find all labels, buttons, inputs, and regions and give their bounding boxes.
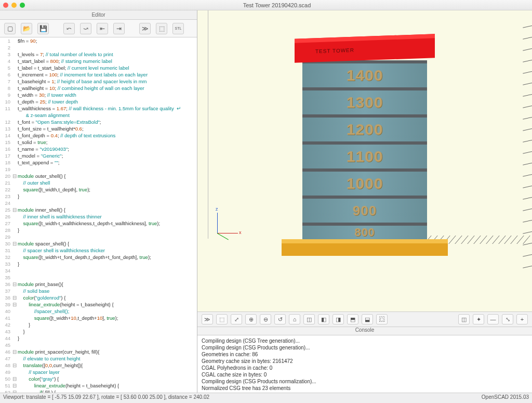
stl-icon[interactable]: STL (172, 23, 184, 34)
code-line[interactable]: 48⊟ translate([0,0,curr_height]){ (1, 362, 197, 369)
minimize-icon[interactable] (11, 3, 17, 8)
code-line[interactable]: 6t_increment = 100; // increment for tex… (1, 71, 197, 78)
code-line[interactable]: 13t_font_size = t_wallheight*0.6; (1, 125, 197, 132)
code-line[interactable]: 10t_depth = 25; // tower depth (1, 98, 197, 105)
code-line[interactable]: 30⊟module spacer_shell() { (1, 240, 197, 247)
code-line[interactable]: 25⊟module inner_shell() { (1, 206, 197, 213)
code-line[interactable]: 38⊟ color("goldenrod") { (1, 294, 197, 301)
view-tool-13[interactable]: ◫ (458, 314, 470, 324)
code-line[interactable]: 14t_font_depth = 0.4; // depth of text e… (1, 132, 197, 139)
indent-icon[interactable]: ⇥ (113, 23, 125, 34)
view-tool-2[interactable]: ⤢ (231, 314, 242, 324)
view-tool-16[interactable]: ⤡ (502, 314, 513, 324)
code-line[interactable]: 40 //spacer_shell(); (1, 308, 197, 315)
view-tool-11[interactable]: ⬓ (362, 314, 373, 324)
redo-icon[interactable]: ⤻ (80, 23, 91, 34)
view-tool-17[interactable]: + (516, 314, 528, 324)
view-tool-8[interactable]: ◧ (318, 314, 329, 324)
code-line[interactable]: 12t_font = "Open Sans:style=ExtraBold"; (1, 119, 197, 125)
code-line[interactable]: 31 // spacer shell is wallthickness thic… (1, 247, 197, 254)
code-line[interactable]: 18t_text_append = ""; (1, 159, 197, 166)
console-line: CGAL Polyhedrons in cache: 0 (202, 365, 528, 371)
code-editor[interactable]: 1$fn = 90;23t_levels = 7; // total numbe… (0, 37, 197, 393)
code-line[interactable]: 35 (1, 274, 197, 281)
code-line[interactable]: 2 (1, 44, 197, 51)
code-line[interactable]: 32 square([t_width+t_font_depth,t_depth+… (1, 254, 197, 261)
code-line[interactable]: 8t_wallheight = 10; // combined height o… (1, 85, 197, 92)
code-line[interactable]: 52⊟ if( fill ) { (1, 389, 197, 393)
code-line[interactable]: 49 // spacer layer (1, 369, 197, 375)
code-line[interactable]: 16t_name = "v20190403"; (1, 146, 197, 152)
unindent-icon[interactable]: ⇤ (97, 23, 108, 34)
level-label: 900 (353, 203, 377, 219)
console-line: Compiling design (CSG Tree generation)..… (202, 337, 528, 344)
code-line[interactable]: 47 // elevate to current height (1, 355, 197, 362)
code-line[interactable]: 9t_width = 30; // tower width (1, 92, 197, 98)
render-icon[interactable]: ⬚ (156, 23, 167, 34)
code-line[interactable]: 28} (1, 227, 197, 233)
code-line[interactable]: 4t_start_label = 800; // starting numeri… (1, 58, 197, 64)
view-tool-3[interactable]: ⊕ (245, 314, 257, 324)
code-line[interactable]: 51⊟ linear_extrude(height = t_baseheight… (1, 382, 197, 389)
level-label: 1400 (347, 67, 383, 84)
view-tool-14[interactable]: ✦ (473, 314, 484, 324)
code-line[interactable]: 23} (1, 193, 197, 200)
tower-level: 1000 (302, 168, 427, 196)
code-line[interactable]: 50⊟ color("gray") { (1, 375, 197, 382)
level-label: 1000 (347, 175, 383, 192)
save-icon[interactable]: 💾 (37, 23, 49, 34)
code-line[interactable]: 15t_solid = true; (1, 139, 197, 146)
code-line[interactable]: 24 (1, 200, 197, 206)
code-line[interactable]: 45 (1, 342, 197, 348)
undo-icon[interactable]: ⤺ (63, 23, 75, 34)
code-line[interactable]: 21 // outer shell (1, 179, 197, 186)
code-line[interactable]: 44} (1, 335, 197, 342)
code-line[interactable]: 3t_levels = 7; // total number of levels… (1, 51, 197, 58)
code-line[interactable]: 43 } (1, 328, 197, 335)
view-tool-6[interactable]: ⌂ (289, 314, 300, 324)
maximize-icon[interactable] (20, 3, 25, 8)
code-line[interactable]: 19 (1, 166, 197, 173)
code-line[interactable]: 39⊟ linear_extrude(height = t_baseheight… (1, 301, 197, 308)
view-tool-10[interactable]: ⬒ (347, 314, 358, 324)
view-tool-12[interactable]: ⿴ (376, 314, 388, 324)
code-line[interactable]: 34 (1, 267, 197, 274)
console-line: Compile and preview finished. (202, 392, 528, 393)
viewport-3d[interactable]: TEST TOWER 14001300120011001000900800 z … (197, 10, 532, 311)
close-icon[interactable] (3, 3, 8, 8)
view-tool-4[interactable]: ⊖ (260, 314, 271, 324)
code-line[interactable]: 5t_label = t_start_label; // current lev… (1, 64, 197, 71)
code-line[interactable]: 1$fn = 90; (1, 37, 197, 44)
editor-toolbar: ▢📂💾⤺⤻⇤⇥≫⬚STL (0, 20, 197, 37)
code-line[interactable]: 41 square([t_width+10,t_depth+10], true)… (1, 315, 197, 321)
preview-icon[interactable]: ≫ (139, 23, 151, 34)
view-tool-7[interactable]: ◫ (303, 314, 315, 324)
code-line[interactable]: 11t_wallthickness = 1.67; // wall thickn… (1, 105, 197, 112)
code-line[interactable]: 17t_model = "Generic"; (1, 152, 197, 159)
code-line[interactable]: 29 (1, 233, 197, 240)
console-line: Normalized CSG tree has 23 elements (202, 385, 528, 392)
view-tool-9[interactable]: ◨ (332, 314, 344, 324)
view-tool-5[interactable]: ↺ (274, 314, 286, 324)
level-label: 1100 (347, 148, 383, 165)
code-line[interactable]: 22 square([t_width,t_depth], true); (1, 186, 197, 193)
code-line[interactable]: & z-seam alignment (1, 112, 197, 119)
code-line[interactable]: 7t_baseheight = 1; // height of base and… (1, 78, 197, 85)
code-line[interactable]: 36⊟module print_base(){ (1, 281, 197, 288)
status-version: OpenSCAD 2015.03 (482, 394, 529, 402)
code-line[interactable]: 42 } (1, 321, 197, 328)
console-output[interactable]: Compiling design (CSG Tree generation)..… (197, 335, 532, 393)
tower-cap: TEST TOWER (295, 34, 435, 62)
editor-panel-title: Editor (0, 10, 197, 20)
view-tool-0[interactable]: ≫ (202, 314, 213, 324)
view-tool-1[interactable]: ⬚ (216, 314, 228, 324)
view-tool-15[interactable]: — (487, 314, 499, 324)
code-line[interactable]: 27 square([t_width-t_wallthickness,t_dep… (1, 220, 197, 227)
new-icon[interactable]: ▢ (4, 23, 16, 34)
code-line[interactable]: 37 // solid base (1, 288, 197, 294)
code-line[interactable]: 46⊟module print_spacer(curr_height, fill… (1, 348, 197, 355)
code-line[interactable]: 20⊟module outer_shell() { (1, 173, 197, 179)
open-icon[interactable]: 📂 (21, 23, 32, 34)
code-line[interactable]: 33} (1, 261, 197, 267)
code-line[interactable]: 26 // inner shell is wallthickness thinn… (1, 213, 197, 220)
